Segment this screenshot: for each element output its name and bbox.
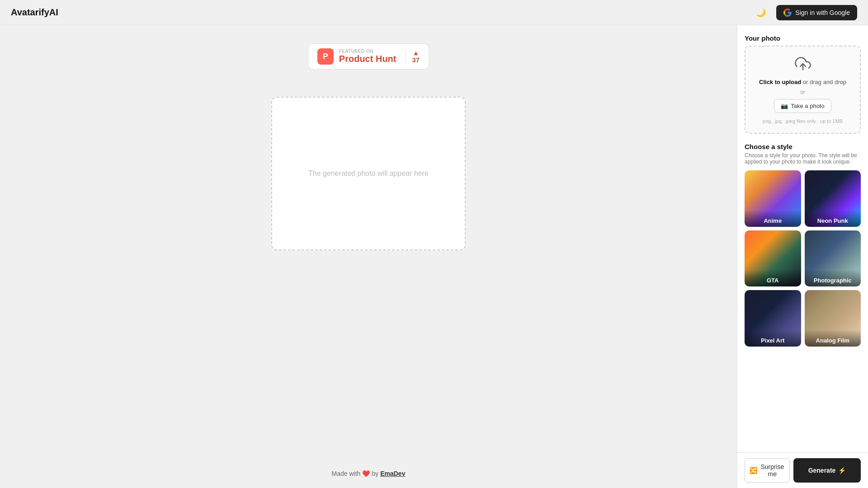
style-card-label-gta: GTA (745, 270, 801, 286)
lightning-icon: ⚡ (838, 467, 846, 474)
upload-or-label: or (800, 89, 805, 95)
style-card-label-analog-film: Analog Film (805, 330, 861, 347)
logo: AvatarifyAI (11, 7, 58, 18)
right-sidebar: Your photo Click to upload or drag and d… (737, 25, 868, 488)
style-card-label-anime: Anime (745, 210, 801, 227)
surprise-button[interactable]: 🔀 Surprise me (745, 458, 790, 483)
style-card-label-neon-punk: Neon Punk (805, 210, 861, 227)
generate-button[interactable]: Generate ⚡ (793, 458, 861, 483)
your-photo-section: Your photo Click to upload or drag and d… (745, 34, 861, 134)
product-hunt-banner[interactable]: P FEATURED ON Product Hunt ▲ 37 (308, 43, 429, 70)
style-card-gta[interactable]: GTA (745, 230, 801, 287)
choose-style-section: Choose a style Choose a style for your p… (745, 143, 861, 347)
center-content: P FEATURED ON Product Hunt ▲ 37 The gene… (0, 25, 737, 488)
ph-votes: ▲ 37 (405, 50, 420, 64)
take-photo-label: Take a photo (791, 103, 824, 109)
google-icon (783, 9, 792, 17)
header: AvatarifyAI 🌙 Sign in with Google (0, 0, 868, 25)
style-card-pixel-art[interactable]: Pixel Art (745, 290, 801, 347)
footer: Made with ❤️ by EmaDev (332, 470, 406, 477)
ph-arrow-icon: ▲ (413, 50, 419, 56)
upload-icon (795, 56, 811, 75)
style-card-anime[interactable]: Anime (745, 170, 801, 227)
main-layout: P FEATURED ON Product Hunt ▲ 37 The gene… (0, 25, 868, 488)
ph-name: Product Hunt (339, 54, 396, 64)
sign-in-button[interactable]: Sign in with Google (776, 5, 857, 20)
generate-label: Generate (808, 467, 836, 474)
made-with-text: Made with (332, 470, 361, 477)
dark-mode-button[interactable]: 🌙 (753, 5, 769, 21)
your-photo-title: Your photo (745, 34, 861, 42)
moon-icon: 🌙 (756, 8, 766, 18)
style-card-label-pixel-art: Pixel Art (745, 330, 801, 347)
product-hunt-text: FEATURED ON Product Hunt (339, 49, 396, 64)
style-card-analog-film[interactable]: Analog Film (805, 290, 861, 347)
style-card-label-photographic: Photographic (805, 270, 861, 286)
style-card-neon-punk[interactable]: Neon Punk (805, 170, 861, 227)
choose-style-title: Choose a style (745, 143, 861, 150)
ph-featured-label: FEATURED ON (339, 49, 396, 54)
heart-icon: ❤️ (362, 470, 370, 477)
surprise-label: Surprise me (760, 463, 785, 478)
sign-in-label: Sign in with Google (795, 9, 850, 16)
style-grid: AnimeNeon PunkGTAPhotographicPixel ArtAn… (745, 170, 861, 347)
upload-text: Click to upload or drag and drop (759, 79, 846, 85)
upload-drag-label: or drag and drop (803, 79, 846, 85)
upload-hint: png, .jpg, .jpeg files only · up to 1MB (763, 118, 843, 124)
camera-icon: 📷 (781, 103, 788, 109)
by-text: by (372, 470, 378, 477)
ph-vote-count: 37 (412, 56, 420, 64)
take-photo-button[interactable]: 📷 Take a photo (774, 99, 831, 113)
bottom-actions: 🔀 Surprise me Generate ⚡ (737, 452, 868, 488)
sidebar-scroll-area: Your photo Click to upload or drag and d… (737, 25, 868, 452)
generated-photo-area: The generated photo will appear here (271, 97, 466, 250)
product-hunt-logo: P (317, 48, 334, 65)
shuffle-icon: 🔀 (750, 467, 757, 474)
generated-placeholder: The generated photo will appear here (308, 169, 429, 178)
header-right: 🌙 Sign in with Google (753, 5, 857, 21)
upload-area[interactable]: Click to upload or drag and drop or 📷 Ta… (745, 46, 861, 134)
style-card-photographic[interactable]: Photographic (805, 230, 861, 287)
author-link[interactable]: EmaDev (380, 470, 405, 477)
choose-style-desc: Choose a style for your photo. The style… (745, 152, 861, 165)
upload-click-label: Click to upload (759, 79, 801, 85)
